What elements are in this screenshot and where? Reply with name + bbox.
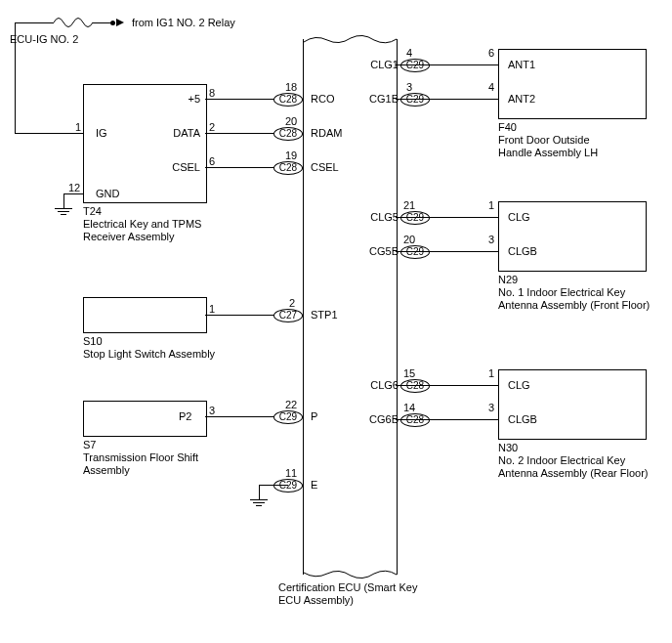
arrow-head-icon bbox=[116, 19, 124, 26]
wire bbox=[396, 99, 498, 100]
pin-stp1-num: 2 bbox=[289, 297, 295, 309]
wire bbox=[93, 22, 112, 23]
pin-n30-clgb-num: 3 bbox=[488, 402, 494, 413]
pin-ig-num: 1 bbox=[75, 121, 81, 133]
terminal-dot bbox=[110, 21, 115, 25]
pin-cg6b-num: 14 bbox=[403, 402, 415, 413]
pin-cg1b-num: 3 bbox=[406, 81, 412, 93]
pin-p5-name: +5 bbox=[181, 93, 200, 105]
stop-switch-name: Stop Light Switch Assembly bbox=[83, 348, 215, 361]
pin-gnd-num: 12 bbox=[68, 182, 80, 193]
receiver-name: Electrical Key and TPMS Receiver Assembl… bbox=[83, 218, 201, 243]
pin-p-num: 22 bbox=[285, 399, 297, 410]
wire bbox=[396, 251, 498, 252]
pin-cg1b-name: CG1B bbox=[369, 93, 399, 105]
conn-clg5: C29 bbox=[400, 211, 430, 225]
pin-p-name: P bbox=[311, 410, 317, 422]
pin-p2-num: 3 bbox=[209, 405, 215, 416]
shift-id: S7 bbox=[83, 439, 96, 451]
conn-cg5b: C29 bbox=[400, 245, 430, 259]
fuse-label: ECU-IG NO. 2 bbox=[10, 33, 78, 46]
source-label: from IG1 NO. 2 Relay bbox=[132, 17, 235, 29]
pin-ant2-name: ANT2 bbox=[508, 93, 535, 105]
pin-n30-clgb-name: CLGB bbox=[508, 413, 537, 425]
wire bbox=[63, 193, 83, 194]
pin-p5-num: 8 bbox=[209, 87, 215, 99]
wire bbox=[259, 485, 260, 499]
conn-p: C29 bbox=[273, 410, 303, 424]
conn-rdam: C28 bbox=[273, 127, 303, 141]
pin-csel-name: CSEL bbox=[165, 161, 200, 173]
shift-name: Transmission Floor Shift Assembly bbox=[83, 451, 198, 477]
pin-clg5-num: 21 bbox=[403, 199, 415, 211]
conn-cg1b: C29 bbox=[400, 93, 430, 107]
pin-e-name: E bbox=[311, 479, 317, 491]
pin-ant1-name: ANT1 bbox=[508, 59, 535, 70]
conn-e: C29 bbox=[273, 479, 303, 493]
pin-clg1-num: 4 bbox=[406, 47, 412, 59]
stop-switch-box bbox=[83, 297, 207, 333]
conn-csel: C28 bbox=[273, 161, 303, 175]
conn-cg6b: C28 bbox=[400, 413, 430, 427]
pin-stp1-name: STP1 bbox=[311, 309, 338, 321]
wire bbox=[15, 133, 83, 134]
antenna2-name: No. 2 Indoor Electrical Key Antenna Asse… bbox=[498, 454, 648, 480]
pin-clg6-num: 15 bbox=[403, 367, 415, 379]
pin-rdam-name: RDAM bbox=[311, 127, 342, 139]
receiver-id: T24 bbox=[83, 205, 102, 218]
pin-clg1-name: CLG1 bbox=[369, 59, 399, 70]
cert-ecu-box bbox=[303, 39, 398, 575]
door-handle-id: F40 bbox=[498, 121, 517, 134]
antenna1-name: No. 1 Indoor Electrical Key Antenna Asse… bbox=[498, 286, 650, 312]
pin-gnd-name: GND bbox=[96, 188, 119, 199]
stop-switch-id: S10 bbox=[83, 335, 103, 348]
pin-cg5b-num: 20 bbox=[403, 234, 415, 245]
conn-clg6: C28 bbox=[400, 379, 430, 393]
pin-p2-name: P2 bbox=[179, 410, 191, 422]
pin-rco-name: RCO bbox=[311, 93, 334, 105]
wire bbox=[396, 385, 498, 386]
pin-clg5-name: CLG5 bbox=[369, 211, 399, 223]
pin-clg6-name: CLG6 bbox=[369, 379, 399, 391]
conn-clg1: C29 bbox=[400, 59, 430, 72]
pin-csel2-name: CSEL bbox=[311, 161, 339, 173]
pin-data-num: 2 bbox=[209, 121, 215, 133]
pin-s10-num: 1 bbox=[209, 303, 215, 315]
pin-n29-clgb-name: CLGB bbox=[508, 245, 537, 257]
conn-stp1: C27 bbox=[273, 309, 303, 322]
pin-cg5b-name: CG5B bbox=[369, 245, 399, 257]
pin-rco-num: 18 bbox=[285, 81, 297, 93]
pin-n29-clg-name: CLG bbox=[508, 211, 530, 223]
pin-cg6b-name: CG6B bbox=[369, 413, 399, 425]
pin-n29-clg-num: 1 bbox=[488, 199, 494, 211]
wire bbox=[396, 419, 498, 420]
door-handle-name: Front Door Outside Handle Assembly LH bbox=[498, 134, 598, 159]
wire bbox=[63, 193, 64, 208]
pin-ant1-num: 6 bbox=[488, 47, 494, 59]
pin-data-name: DATA bbox=[165, 127, 200, 139]
fuse-icon bbox=[54, 16, 93, 29]
wire bbox=[259, 485, 288, 486]
pin-e-num: 11 bbox=[285, 467, 297, 479]
pin-n30-clg-num: 1 bbox=[488, 367, 494, 379]
wire bbox=[15, 22, 54, 23]
pin-n30-clg-name: CLG bbox=[508, 379, 530, 391]
pin-ant2-num: 4 bbox=[488, 81, 494, 93]
pin-ig-name: IG bbox=[96, 127, 107, 139]
wire bbox=[396, 217, 498, 218]
wire bbox=[396, 64, 498, 65]
antenna1-id: N29 bbox=[498, 274, 518, 286]
pin-rdam-num: 20 bbox=[285, 115, 297, 127]
antenna2-id: N30 bbox=[498, 442, 518, 454]
cert-ecu-name: Certification ECU (Smart Key ECU Assembl… bbox=[278, 581, 417, 607]
pin-csel2-num: 19 bbox=[285, 150, 297, 161]
conn-rco: C28 bbox=[273, 93, 303, 107]
pin-n29-clgb-num: 3 bbox=[488, 234, 494, 245]
wiring-diagram: from IG1 NO. 2 Relay ECU-IG NO. 2 IG 1 +… bbox=[0, 0, 672, 643]
pin-csel-num: 6 bbox=[209, 155, 215, 167]
